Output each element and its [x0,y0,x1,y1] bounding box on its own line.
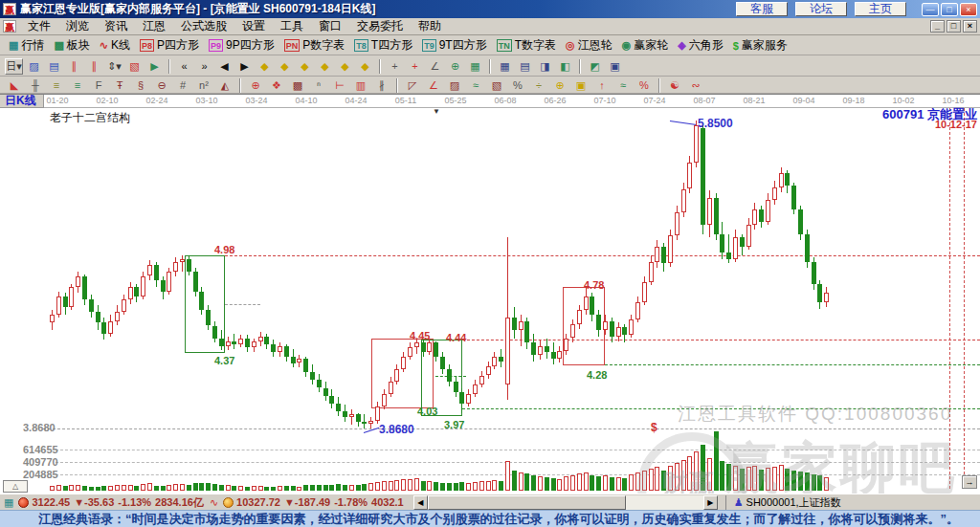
toolbar-winner-wheel-button[interactable]: ◉赢家轮 [622,37,669,54]
diamond-tool-3-icon[interactable]: ◆ [296,58,314,75]
expand-volume-button[interactable]: △ [3,480,28,493]
toolbar-t-number-table-button[interactable]: TNT数字表 [497,37,556,54]
diamond-tool-1-icon[interactable]: ◆ [256,58,274,75]
scroll-right-button[interactable]: → [962,475,977,489]
sh-market-icon[interactable] [18,497,29,508]
square-n2-tool[interactable]: n² [194,78,213,93]
customer-service-button[interactable]: 客服 [736,2,788,16]
time-grid-tool[interactable]: ╫ [26,78,45,93]
menu-item-浏览[interactable]: 浏览 [58,17,97,35]
horizontal-lines-tool[interactable]: ≡ [47,78,66,93]
menu-item-帮助[interactable]: 帮助 [411,17,449,35]
region-tool[interactable]: ▧ [487,78,506,93]
star-tool[interactable]: ❖ [267,78,286,93]
fibonacci-tool[interactable]: F [89,78,108,93]
forum-button[interactable]: 论坛 [795,2,847,16]
gann-circle-tool[interactable]: ⊕ [246,78,265,93]
toolbar-quotes-button[interactable]: ▦行情 [9,37,44,54]
save-icon[interactable]: ◨ [536,58,554,75]
sz-market-icon[interactable] [223,497,234,508]
column-grid-tool[interactable]: ▥ [351,78,370,93]
next-bar-icon[interactable]: ▶ [235,58,254,75]
menu-item-江恩[interactable]: 江恩 [135,17,173,35]
toolbar-kline-button[interactable]: ∿K线 [100,37,130,54]
chart-area[interactable]: 日K线 01-2002-1002-2403-1003-2404-1004-240… [0,94,980,494]
toolbar-p-number-table-button[interactable]: PNP数字表 [284,37,345,54]
cycle-tool[interactable]: ⊖ [152,78,171,93]
toolbar-t-square-button[interactable]: T8T四方形 [354,37,412,54]
spiral-tool[interactable]: § [131,78,150,93]
diamond-tool-6-icon[interactable]: ◆ [356,58,374,75]
period-dropdown[interactable]: 日▾ [5,58,23,75]
percent-tool[interactable]: % [508,78,527,93]
index-selector[interactable]: ♟ SH000001,上证指数 [725,495,841,510]
gann-lines-tool[interactable]: ≡ [68,78,87,93]
toolbar-winner-service-button[interactable]: $赢家服务 [733,37,788,54]
menu-item-公式选股[interactable]: 公式选股 [173,17,234,35]
calculator-icon[interactable]: ▦ [496,58,514,75]
bars-small-icon[interactable]: ∥ [65,58,83,75]
toolbar-hexagon-button[interactable]: ◈六角形 [678,37,723,54]
toolbar-9t-square-button[interactable]: T99T四方形 [422,37,487,54]
scrollbar-right-icon[interactable]: ▶ [703,495,718,510]
scrollbar-left-icon[interactable]: ◀ [413,495,428,510]
mdi-minimize-button[interactable]: _ [930,20,945,33]
scrollbar-track[interactable] [428,495,703,510]
toolbar-p-square-button[interactable]: P8P四方形 [140,37,199,54]
diamond-tool-5-icon[interactable]: ◆ [336,58,354,75]
board-view-icon[interactable]: ▤ [45,58,63,75]
exponent-tool[interactable]: ⁿ [309,78,328,93]
ratio-tool[interactable]: ÷ [529,78,548,93]
scale-dropdown[interactable]: ⇕▾ [105,58,123,75]
dense-grid-tool[interactable]: ▩ [288,78,307,93]
prev-bar-icon[interactable]: ◀ [215,58,234,75]
crosshair-icon[interactable]: + [406,58,424,75]
bracket-tool[interactable]: ⊢ [330,78,349,93]
triangle-tool[interactable]: ◭ [215,78,234,93]
menu-item-设置[interactable]: 设置 [234,17,273,35]
angle-measure-tool[interactable]: ∠ [424,78,443,93]
mdi-restore-button[interactable]: □ [947,20,961,33]
scrollbar-thumb[interactable] [428,495,626,510]
bars-small2-icon[interactable]: ∥ [85,58,103,75]
grid-icon[interactable]: ▦ [4,496,13,509]
menu-item-窗口[interactable]: 窗口 [311,17,349,35]
ribbon-icon[interactable]: ∾ [686,78,705,93]
percent2-tool[interactable]: % [635,78,654,93]
toolbar-gann-wheel-button[interactable]: ◎江恩轮 [566,37,612,54]
toolbar-sectors-button[interactable]: ▩板块 [54,37,89,54]
arrow-tool[interactable]: ↑ [592,78,612,93]
toolbar-9p-square-button[interactable]: P99P四方形 [209,37,275,54]
menu-item-资讯[interactable]: 资讯 [97,17,135,35]
calendar-icon[interactable]: ▦ [466,58,484,75]
minimize-button[interactable]: — [922,3,939,16]
mdi-close-button[interactable]: × [963,20,977,33]
menu-item-工具[interactable]: 工具 [273,17,311,35]
golden-circle-tool[interactable]: ⊕ [550,78,569,93]
angle-line-tool[interactable]: ◣ [5,78,24,93]
menu-item-交易委托[interactable]: 交易委托 [349,17,411,35]
homepage-button[interactable]: 主页 [855,2,906,16]
kline-mini-icon[interactable]: ∿ [210,496,218,509]
menu-item-文件[interactable]: 文件 [20,17,58,35]
taiji-icon[interactable]: ☯ [665,78,684,93]
hand-tool-icon[interactable]: + [386,58,404,75]
chart-view-icon[interactable]: ▨ [25,58,43,75]
target-icon[interactable]: ⊕ [446,58,464,75]
wave-tool[interactable]: ≈ [466,78,485,93]
download-icon[interactable]: ◩ [586,58,604,75]
measure-icon[interactable]: ∠ [426,58,444,75]
first-page-icon[interactable]: « [175,58,193,75]
band-tool[interactable]: ≈ [613,78,633,93]
diamond-tool-4-icon[interactable]: ◆ [316,58,334,75]
filled-square-tool[interactable]: ▣ [571,78,590,93]
notes-icon[interactable]: ▤ [516,58,534,75]
shade-grid-tool[interactable]: ▨ [445,78,464,93]
t-line-tool[interactable]: Ŧ [110,78,129,93]
parallel-lines-tool[interactable]: ∦ [372,78,391,93]
flag-icon[interactable]: ▶ [145,58,164,75]
restore-button[interactable]: □ [941,3,958,16]
corner-tool[interactable]: ◸ [403,78,422,93]
frame-select-icon[interactable]: ▧ [125,58,144,75]
diamond-tool-2-icon[interactable]: ◆ [276,58,294,75]
